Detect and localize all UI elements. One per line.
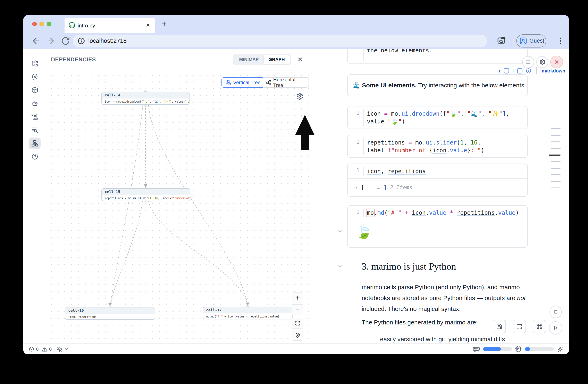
horizontal-tree-button[interactable]: Horizontal Tree <box>262 77 309 88</box>
notebook-menu-button[interactable] <box>522 56 534 68</box>
italic-not: not <box>517 295 526 301</box>
profile-button[interactable]: Guest <box>516 34 546 47</box>
zap-off-icon <box>57 346 63 352</box>
browser-tab[interactable]: m intro.py ✕ <box>64 18 155 33</box>
tab-close-icon[interactable]: ✕ <box>146 22 150 28</box>
clipped-list-item: easily versioned with git, yielding mini… <box>380 336 505 343</box>
node-code: icon, repetitions <box>65 314 155 320</box>
vertical-tree-icon <box>226 80 231 85</box>
markdown-language-label[interactable]: markdown <box>542 68 565 74</box>
kebab-menu-icon[interactable] <box>556 37 565 45</box>
memory-usage-fill <box>483 347 501 351</box>
layout-button[interactable] <box>513 320 526 333</box>
search-tabs-icon[interactable] <box>497 37 506 45</box>
interrupt-button[interactable] <box>549 306 562 318</box>
help-icon[interactable] <box>31 153 38 160</box>
keyboard-shortcuts-button[interactable]: ⌘ <box>533 320 546 333</box>
snippets-scroll-icon[interactable] <box>31 113 38 120</box>
shutdown-button[interactable]: ✕ <box>550 56 563 68</box>
locate-node-button[interactable] <box>292 330 303 341</box>
gear-icon <box>539 59 546 65</box>
markdown-output-cell[interactable]: 🌊 Some UI elements. Try interacting with… <box>347 74 528 96</box>
run-button[interactable] <box>549 321 562 334</box>
minimap-dash[interactable] <box>549 154 561 155</box>
traffic-minimize-button[interactable] <box>39 22 44 26</box>
reload-icon[interactable] <box>61 37 70 45</box>
format-toggle-label[interactable]: f <box>512 68 514 74</box>
cell-info-icon[interactable] <box>526 68 531 74</box>
new-tab-button[interactable]: + <box>162 20 167 28</box>
back-icon[interactable] <box>32 37 41 45</box>
error-circle-icon <box>29 346 34 352</box>
traffic-close-button[interactable] <box>32 22 37 26</box>
tab-graph[interactable]: GRAPH <box>264 55 290 64</box>
errors-indicator[interactable]: 0 <box>29 346 39 352</box>
site-info-icon[interactable] <box>78 37 85 45</box>
code-cell-md[interactable]: 1 mo.md("# " + icon.value * repetitions.… <box>347 205 528 248</box>
code-line: repetitions = mo.ui.slider(1, 16, <box>367 139 525 147</box>
tab-title: intro.py <box>78 22 95 29</box>
tab-minimap[interactable]: MINIMAP <box>234 55 263 64</box>
section-chevron-icon[interactable] <box>337 263 343 269</box>
minimap-dash[interactable] <box>551 188 561 188</box>
forward-icon[interactable] <box>46 37 55 45</box>
notebook-area: 1 **🌊 Some UI elements.** Try interactin… <box>309 49 569 344</box>
file-explorer-icon[interactable] <box>31 60 38 67</box>
save-button[interactable] <box>493 320 506 333</box>
runtime-config-button[interactable] <box>57 346 68 352</box>
minimap-dash[interactable] <box>551 168 561 169</box>
fit-view-button[interactable] <box>292 318 303 328</box>
code-cell-tuple[interactable]: 1 icon, repetitions › [ … ] 2 Items <box>347 164 528 197</box>
minimap-dash[interactable] <box>551 141 561 142</box>
ai-sparkles-icon[interactable] <box>557 346 564 353</box>
minimap-dash[interactable] <box>551 128 561 129</box>
panel-header: DEPENDENCIES MINIMAP GRAPH ✕ <box>46 49 309 70</box>
traffic-zoom-button[interactable] <box>47 22 51 26</box>
resource-usage <box>473 346 564 353</box>
graph-node-cell-15[interactable]: cell-15 repetitions = mo.ui.slider(1, 16… <box>101 188 190 201</box>
minimap-dash[interactable] <box>551 148 561 149</box>
zoom-in-button[interactable] <box>292 292 303 303</box>
url-bar[interactable]: localhost:2718 <box>73 35 487 47</box>
graph-canvas[interactable]: cell-14 icon = mo.ui.dropdown(["🍃", "🌊",… <box>46 70 309 344</box>
cpu-usage-bar[interactable] <box>525 347 554 351</box>
minimap-outline <box>549 128 561 188</box>
wave-emoji: 🌊 <box>353 82 360 89</box>
packages-icon[interactable] <box>31 87 38 94</box>
code-line: value="🍃") <box>367 118 525 125</box>
code-cell-dropdown[interactable]: 1 icon = mo.ui.dropdown(["🍃", "🌊", "✨"],… <box>347 106 528 129</box>
ai-chat-icon[interactable] <box>31 100 38 107</box>
zoom-out-button[interactable] <box>292 304 303 315</box>
node-code: mo.md("# " + icon.value * repetitions.va… <box>203 313 292 319</box>
reactive-toggle-label[interactable]: r <box>499 68 501 74</box>
reactive-checkbox[interactable] <box>504 68 509 74</box>
memory-usage-bar[interactable] <box>483 347 512 351</box>
minimap-dash[interactable] <box>551 135 561 136</box>
dependencies-graph-icon[interactable] <box>31 140 38 147</box>
variables-icon[interactable] <box>31 73 38 80</box>
format-checkbox[interactable] <box>517 68 523 74</box>
minimap-dash[interactable] <box>551 174 561 175</box>
code-cell-slider[interactable]: 1 repetitions = mo.ui.slider(1, 16, labe… <box>347 135 528 158</box>
minimap-dash[interactable] <box>551 181 561 182</box>
url-text[interactable]: localhost:2718 <box>88 38 126 44</box>
minimap-dash[interactable] <box>551 161 561 162</box>
logs-search-icon[interactable] <box>31 127 38 134</box>
warnings-indicator[interactable]: 0 <box>42 346 52 352</box>
graph-settings-gear-icon[interactable] <box>296 93 303 100</box>
cursor-arrow <box>294 115 316 150</box>
guest-avatar-icon <box>519 37 527 45</box>
notebook-settings-button[interactable] <box>536 56 548 68</box>
cell-output[interactable]: › [ … ] 2 Items <box>348 178 527 196</box>
collapsed-output[interactable]: › [ … ] 2 Items <box>355 184 412 191</box>
markdown-source-cell[interactable]: 1 **🌊 Some UI elements.** Try interactin… <box>347 49 528 64</box>
graph-node-cell-17[interactable]: cell-17 mo.md("# " + icon.value * repeti… <box>203 307 293 319</box>
collapse-chevron-icon[interactable] <box>337 229 343 235</box>
panel-close-icon[interactable]: ✕ <box>297 56 303 63</box>
cell-output[interactable]: 🍃 <box>348 220 527 247</box>
vertical-tree-button[interactable]: Vertical Tree <box>221 77 265 88</box>
graph-node-cell-14[interactable]: cell-14 icon = mo.ui.dropdown(["🍃", "🌊",… <box>101 92 189 105</box>
chevron-down-icon <box>64 347 68 351</box>
warning-count: 0 <box>49 346 52 352</box>
graph-node-cell-16[interactable]: cell-16 icon, repetitions <box>65 307 155 320</box>
